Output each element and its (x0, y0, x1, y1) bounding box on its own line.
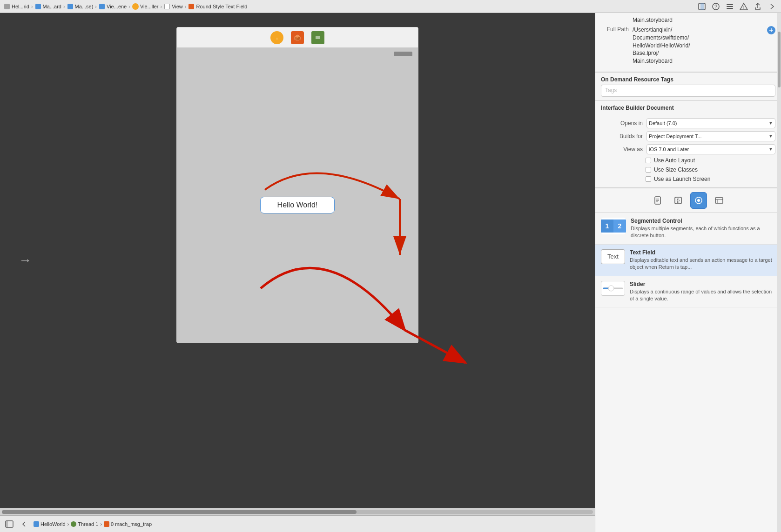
warning-icon[interactable]: ! (738, 1, 749, 12)
status-bar (394, 52, 412, 56)
filename-value: Main.storyboard (633, 17, 673, 23)
launch-screen-label: Use as Launch Screen (654, 176, 710, 182)
svg-text:?: ? (714, 4, 717, 9)
slider-icon (601, 281, 625, 296)
text-field-title: Text Field (630, 249, 775, 256)
view-as-row: View as iOS 7.0 and Later ▼ (595, 143, 781, 156)
scroll-track (2, 510, 593, 514)
tags-input[interactable]: Tags (601, 85, 775, 97)
breadcrumb-sep-2: › (63, 4, 65, 9)
svg-rect-17 (316, 36, 320, 39)
help-icon[interactable]: ? (710, 1, 721, 12)
svg-rect-16 (316, 40, 319, 40)
back-icon[interactable] (19, 519, 30, 530)
svg-rect-5 (727, 6, 733, 7)
auto-layout-checkbox[interactable] (646, 158, 651, 163)
navigator-toggle-icon[interactable] (4, 519, 15, 530)
size-classes-row: Use Size Classes (595, 165, 781, 174)
scroll-thumb[interactable] (2, 510, 357, 514)
canvas-area: → ! (0, 13, 595, 532)
opens-in-label: Opens in (601, 120, 643, 126)
launch-screen-checkbox[interactable] (646, 176, 651, 182)
ib-document-section: Opens in Default (7.0) ▼ Builds for Proj… (595, 113, 781, 187)
breadcrumb-sep-6: › (185, 4, 187, 9)
inspector-icon[interactable] (696, 1, 707, 12)
breadcrumb-item-3[interactable]: Ma...se) (67, 3, 94, 10)
slider-title: Slider (630, 281, 775, 287)
svg-rect-6 (727, 8, 733, 9)
text-field-info: Text Field Displays editable text and se… (630, 249, 775, 271)
breadcrumb-sep-4: › (128, 4, 130, 9)
component-segmented-control[interactable]: 1 2 Segmented Control Displays multiple … (595, 213, 781, 245)
object-library-btn[interactable] (690, 192, 707, 209)
svg-text:!: ! (743, 5, 745, 10)
breadcrumb-item-2[interactable]: Ma...ard (35, 3, 61, 10)
component-text-field[interactable]: Text Text Field Displays editable text a… (595, 245, 781, 276)
add-file-button[interactable] (767, 26, 775, 34)
file-info-section: Main.storyboard Full Path /Users/tianqix… (595, 13, 781, 72)
fullpath-row: Full Path /Users/tianqixin/Documents/swi… (601, 26, 775, 65)
canvas-scroll[interactable]: → ! (0, 13, 595, 508)
forward-icon[interactable] (766, 1, 777, 12)
device-icon-warning: ! (270, 31, 283, 44)
svg-text:{}: {} (676, 198, 680, 203)
opens-in-arrow: ▼ (768, 120, 773, 126)
ib-doc-section-title: Interface Builder Document (595, 101, 781, 113)
hello-world-button[interactable]: Hello World! (260, 197, 335, 213)
text-field-icon-label: Text (607, 253, 619, 260)
segmented-control-title: Segmented Control (631, 218, 775, 224)
right-scrollbar[interactable] (777, 13, 781, 532)
breadcrumb-item-6[interactable]: View (164, 3, 183, 10)
fullpath-label-col: Full Path (601, 26, 629, 33)
seg-part-2: 2 (613, 219, 626, 233)
svg-point-36 (608, 286, 614, 291)
builds-for-arrow: ▼ (768, 133, 773, 139)
slider-info: Slider Displays a continuous range of va… (630, 281, 775, 303)
scrollbar-thumb[interactable] (778, 32, 781, 87)
breadcrumb-item-7[interactable]: Round Style Text Field (188, 3, 247, 10)
svg-rect-31 (715, 198, 723, 203)
device-body: Hello World! (177, 48, 418, 343)
size-classes-label: Use Size Classes (654, 166, 698, 173)
segmented-control-icon: 1 2 (601, 218, 626, 234)
object-type-toolbar: {} (595, 188, 781, 213)
view-toggle-icon[interactable] (724, 1, 735, 12)
opens-in-value: Default (7.0) (649, 120, 677, 126)
breadcrumb-sep-3: › (95, 4, 97, 9)
component-slider[interactable]: Slider Displays a continuous range of va… (595, 276, 781, 308)
breadcrumb-item-5[interactable]: Vie...ller (132, 3, 159, 10)
breadcrumb-sep-5: › (160, 4, 162, 9)
svg-point-30 (697, 199, 700, 202)
breadcrumb-bar: Hel...rid › Ma...ard › Ma...se) › Vie...… (0, 0, 781, 13)
size-classes-checkbox[interactable] (646, 167, 651, 173)
bottom-sep-2: › (100, 521, 102, 527)
scene-arrow: → (19, 253, 32, 268)
slider-desc: Displays a continuous range of values an… (630, 288, 775, 303)
breadcrumb-item-1[interactable]: Hel...rid (4, 3, 29, 10)
share-icon[interactable] (752, 1, 763, 12)
breadcrumb-item-4[interactable]: Vie...ene (99, 3, 127, 10)
launch-screen-row: Use as Launch Screen (595, 174, 781, 184)
canvas-scrollbar[interactable] (0, 508, 595, 515)
svg-rect-1 (700, 3, 704, 10)
segmented-control-info: Segmented Control Displays multiple segm… (631, 218, 775, 239)
auto-layout-row: Use Auto Layout (595, 156, 781, 165)
seg-part-1: 1 (601, 219, 613, 233)
bottom-sep-1: › (67, 521, 69, 527)
svg-rect-4 (727, 4, 733, 5)
view-as-select[interactable]: iOS 7.0 and Later ▼ (646, 144, 775, 154)
opens-in-select[interactable]: Default (7.0) ▼ (646, 118, 775, 128)
text-field-desc: Displays editable text and sends an acti… (630, 257, 775, 271)
breadcrumb-sep-1: › (31, 4, 33, 9)
svg-rect-20 (6, 521, 8, 527)
auto-layout-label: Use Auto Layout (654, 157, 695, 164)
device-frame: ! (176, 27, 418, 343)
device-icon-screen (311, 31, 324, 44)
file-inspector-btn[interactable] (649, 192, 666, 209)
quick-help-btn[interactable]: {} (670, 192, 687, 209)
svg-text:!: ! (276, 37, 277, 41)
builds-for-label: Builds for (601, 133, 643, 140)
view-as-label: View as (601, 146, 643, 153)
builds-for-select[interactable]: Project Deployment T... ▼ (646, 131, 775, 141)
media-library-btn[interactable] (711, 192, 727, 209)
